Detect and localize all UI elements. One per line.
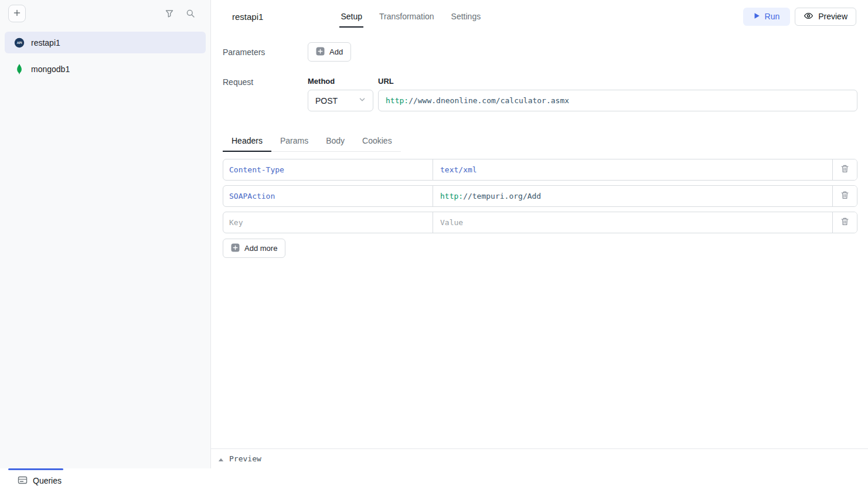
add-query-button[interactable]: [8, 5, 26, 22]
add-more-button[interactable]: Add more: [223, 239, 285, 258]
url-rest: //www.dneonline.com/calculator.asmx: [409, 96, 569, 105]
query-list: API restapi1 mongodb1: [0, 27, 210, 84]
chevron-down-icon: [358, 95, 367, 106]
preview-panel-label: Preview: [229, 454, 261, 463]
add-more-label: Add more: [244, 244, 277, 253]
add-more-wrap: Add more: [223, 239, 857, 258]
header-value-text: text/xml: [440, 165, 477, 174]
method-select[interactable]: POST: [308, 90, 373, 111]
request-fields: Method POST URL http://www.dne: [308, 77, 857, 111]
play-icon: [754, 12, 760, 21]
request-row: Request Method POST URL: [223, 77, 857, 111]
table-row: Key Value: [223, 212, 857, 233]
bottom-tab-queries[interactable]: Queries: [18, 475, 62, 487]
query-list-item-restapi1[interactable]: API restapi1: [5, 32, 206, 53]
mongodb-icon: [14, 64, 25, 74]
url-group: URL http://www.dneonline.com/calculator.…: [378, 77, 857, 111]
eye-icon: [804, 11, 813, 22]
plus-square-icon: [316, 47, 325, 57]
active-tab-indicator: [8, 468, 63, 470]
tab-params[interactable]: Params: [271, 132, 317, 152]
bottom-tab-label: Queries: [33, 476, 62, 485]
sidebar-toolbar: [0, 0, 210, 27]
header-value-scheme: http:: [440, 192, 463, 200]
app-root: API restapi1 mongodb1: [0, 0, 868, 493]
query-list-item-mongodb1[interactable]: mongodb1: [5, 58, 206, 80]
headers-table: Content-Type text/xml SO: [223, 159, 857, 233]
header-value-input[interactable]: http://tempuri.org/Add: [433, 186, 832, 206]
table-row: Content-Type text/xml: [223, 159, 857, 181]
parameters-row: Parameters Add: [223, 42, 857, 62]
tab-setup[interactable]: Setup: [339, 8, 363, 28]
bottom-bar: Queries: [0, 468, 868, 493]
svg-text:API: API: [17, 41, 22, 45]
main-row: API restapi1 mongodb1: [0, 0, 868, 468]
preview-button[interactable]: Preview: [795, 8, 856, 26]
header-key-placeholder: Key: [229, 218, 243, 227]
add-parameter-button[interactable]: Add: [308, 42, 351, 62]
header-value-input[interactable]: Value: [433, 212, 832, 233]
tab-body[interactable]: Body: [317, 132, 353, 152]
header-value-rest: //tempuri.org/Add: [463, 192, 541, 200]
method-group: Method POST: [308, 77, 373, 111]
query-editor-header: restapi1 Setup Transformation Settings R…: [211, 0, 868, 33]
method-label: Method: [308, 77, 373, 86]
url-input[interactable]: http://www.dneonline.com/calculator.asmx: [378, 90, 857, 111]
run-button-label: Run: [765, 12, 780, 21]
request-label: Request: [223, 77, 308, 87]
tab-headers[interactable]: Headers: [223, 132, 271, 152]
trash-icon: [840, 191, 849, 202]
preview-panel-toggle[interactable]: Preview: [211, 448, 868, 468]
header-key-input[interactable]: Key: [223, 212, 433, 233]
query-item-label: mongodb1: [31, 64, 70, 74]
trash-icon: [840, 217, 849, 228]
queries-sidebar: API restapi1 mongodb1: [0, 0, 211, 468]
delete-row-button[interactable]: [832, 186, 857, 206]
query-item-label: restapi1: [31, 38, 60, 47]
tab-cookies[interactable]: Cookies: [353, 132, 401, 152]
request-tabs: Headers Params Body Cookies: [223, 132, 401, 152]
header-value-placeholder: Value: [440, 218, 463, 227]
header-key-input[interactable]: SOAPAction: [223, 186, 433, 206]
filter-icon[interactable]: [165, 9, 174, 18]
tab-settings[interactable]: Settings: [450, 8, 482, 28]
setup-panel: Parameters Add Request Method: [211, 33, 868, 448]
query-title[interactable]: restapi1: [232, 12, 263, 22]
table-row: SOAPAction http://tempuri.org/Add: [223, 185, 857, 207]
editor-tabs: Setup Transformation Settings: [339, 8, 482, 28]
header-actions: Run Preview: [743, 8, 856, 26]
url-scheme: http:: [386, 96, 409, 105]
trash-icon: [840, 164, 849, 175]
method-value: POST: [315, 96, 338, 106]
url-label: URL: [378, 77, 857, 86]
restapi-icon: API: [14, 38, 25, 48]
header-key-text: Content-Type: [229, 165, 284, 174]
tab-transformation[interactable]: Transformation: [378, 8, 435, 28]
caret-up-icon: [218, 454, 224, 464]
plus-icon: [13, 9, 21, 19]
add-parameter-label: Add: [329, 47, 343, 56]
delete-row-button[interactable]: [832, 212, 857, 233]
plus-square-icon: [231, 243, 240, 254]
delete-row-button[interactable]: [832, 159, 857, 180]
run-button[interactable]: Run: [743, 8, 791, 26]
header-key-input[interactable]: Content-Type: [223, 159, 433, 180]
query-editor: restapi1 Setup Transformation Settings R…: [211, 0, 868, 468]
queries-icon: [18, 475, 28, 487]
header-value-input[interactable]: text/xml: [433, 159, 832, 180]
parameters-label: Parameters: [223, 47, 308, 57]
header-key-text: SOAPAction: [229, 192, 275, 200]
preview-button-label: Preview: [818, 12, 847, 21]
search-icon[interactable]: [186, 9, 195, 18]
